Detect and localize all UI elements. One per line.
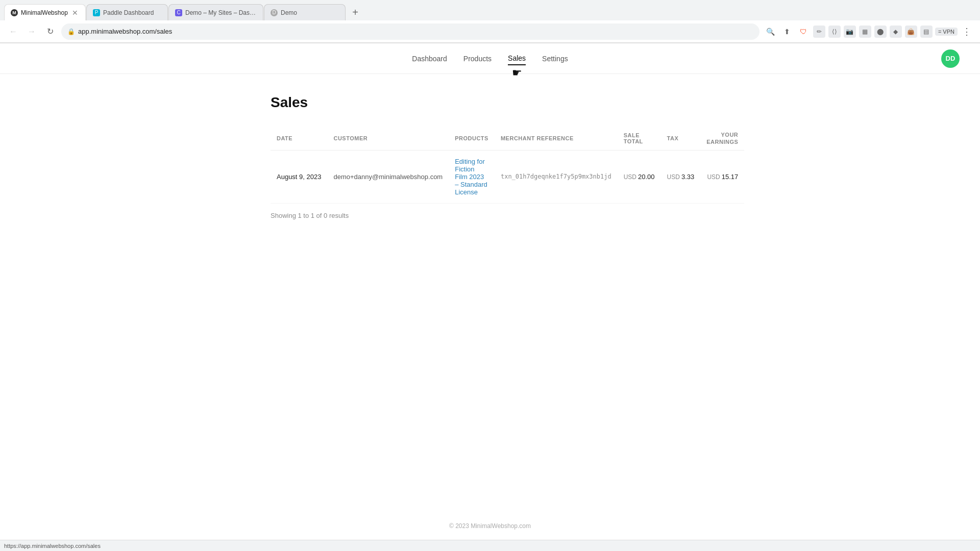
cell-tax: USD3.33: [661, 150, 701, 203]
sale-total-currency: USD: [624, 173, 636, 181]
cell-sale-total: USD20.00: [618, 150, 661, 203]
cell-product: Editing for Fiction Film 2023 – Standard…: [449, 150, 495, 203]
tab-close-minimal[interactable]: ✕: [71, 8, 79, 18]
tab-demo[interactable]: D Demo: [264, 4, 346, 20]
tab-favicon-carrd: C: [175, 9, 182, 16]
extension-wallet-icon[interactable]: 👜: [905, 26, 917, 38]
new-tab-button[interactable]: +: [348, 5, 362, 19]
sale-total-amount: 20.00: [638, 173, 655, 181]
nav-sales[interactable]: Sales ☛: [508, 52, 526, 65]
table-body: August 9, 2023 demo+danny@minimalwebshop…: [271, 150, 744, 203]
tab-paddle[interactable]: P Paddle Dashboard: [86, 4, 168, 20]
page-content: Sales DATE CUSTOMER PRODUCTS MERCHANT RE…: [260, 74, 720, 240]
vpn-badge[interactable]: = VPN: [935, 28, 958, 36]
sales-table: DATE CUSTOMER PRODUCTS MERCHANT REFERENC…: [271, 127, 744, 204]
earnings-currency: USD: [707, 173, 720, 181]
extension-table-icon[interactable]: ▦: [859, 26, 871, 38]
cell-date: August 9, 2023: [271, 150, 327, 203]
tax-currency: USD: [667, 173, 680, 181]
col-header-sale-total: SALE TOTAL: [618, 127, 661, 150]
col-header-products: PRODUCTS: [449, 127, 495, 150]
back-button[interactable]: ←: [6, 24, 20, 39]
col-header-date: DATE: [271, 127, 327, 150]
table-row: August 9, 2023 demo+danny@minimalwebshop…: [271, 150, 744, 203]
tab-label-paddle: Paddle Dashboard: [103, 9, 154, 16]
results-text: Showing 1 to 1 of 0 results: [271, 212, 709, 219]
brave-shield-icon[interactable]: 🛡: [796, 24, 811, 39]
browser-chrome: M MinimalWebshop ✕ P Paddle Dashboard C …: [0, 0, 980, 43]
tab-favicon-minimal: M: [11, 9, 18, 16]
tab-favicon-paddle: P: [93, 9, 100, 16]
extension-sidebar-icon[interactable]: ▤: [920, 26, 933, 38]
share-icon[interactable]: ⬆: [780, 24, 794, 39]
extension-pencil-icon[interactable]: ✏: [813, 26, 825, 38]
extension-brackets-icon[interactable]: ⟨⟩: [828, 26, 841, 38]
nav-links: Dashboard Products Sales ☛ Settings: [412, 52, 568, 65]
cell-customer: demo+danny@minimalwebshop.com: [327, 150, 449, 203]
tax-amount: 3.33: [681, 173, 694, 181]
col-header-customer: CUSTOMER: [327, 127, 449, 150]
forward-button[interactable]: →: [24, 24, 39, 39]
cell-merchant-ref: txn_01h7dgeqnke1f7y5p9mx3nb1jd: [495, 150, 618, 203]
tab-carrd[interactable]: C Demo – My Sites – Dashboard – Carrd: [168, 4, 263, 20]
nav-dashboard[interactable]: Dashboard: [412, 53, 447, 65]
tab-label-carrd: Demo – My Sites – Dashboard – Carrd: [185, 9, 257, 16]
page-title: Sales: [271, 94, 709, 111]
nav-settings[interactable]: Settings: [542, 53, 568, 65]
extension-photo-icon[interactable]: 📷: [844, 26, 856, 38]
col-header-merchant-ref: MERCHANT REFERENCE: [495, 127, 618, 150]
tab-minimal[interactable]: M MinimalWebshop ✕: [4, 4, 86, 20]
tab-label-minimal: MinimalWebshop: [21, 9, 68, 16]
extension-circle-icon[interactable]: ⬤: [874, 26, 887, 38]
address-bar[interactable]: 🔒 app.minimalwebshop.com/sales: [61, 23, 760, 40]
col-header-tax: TAX: [661, 127, 701, 150]
product-link[interactable]: Editing for Fiction Film 2023 – Standard…: [455, 158, 487, 196]
earnings-amount: 15.17: [722, 173, 739, 181]
lock-icon: 🔒: [67, 28, 75, 35]
address-text: app.minimalwebshop.com/sales: [78, 28, 753, 35]
browser-toolbar: ← → ↻ 🔒 app.minimalwebshop.com/sales 🔍 ⬆…: [0, 20, 980, 43]
search-icon[interactable]: 🔍: [764, 24, 778, 39]
cell-earnings: USD15.17: [700, 150, 744, 203]
more-options-icon[interactable]: ⋮: [960, 24, 974, 39]
nav-products[interactable]: Products: [463, 53, 492, 65]
col-header-your-earnings: YOUREARNINGS: [700, 127, 744, 150]
tab-favicon-demo: D: [271, 9, 278, 16]
extension-diamond-icon[interactable]: ◆: [890, 26, 902, 38]
tab-label-demo: Demo: [281, 9, 297, 16]
toolbar-icons: 🔍 ⬆ 🛡 ✏ ⟨⟩ 📷 ▦ ⬤ ◆ 👜 ▤ = VPN ⋮: [764, 24, 974, 39]
app-nav: Dashboard Products Sales ☛ Settings DD: [0, 43, 980, 74]
table-header: DATE CUSTOMER PRODUCTS MERCHANT REFERENC…: [271, 127, 744, 150]
avatar[interactable]: DD: [941, 49, 960, 68]
browser-tabs: M MinimalWebshop ✕ P Paddle Dashboard C …: [0, 0, 980, 20]
reload-button[interactable]: ↻: [43, 24, 57, 39]
